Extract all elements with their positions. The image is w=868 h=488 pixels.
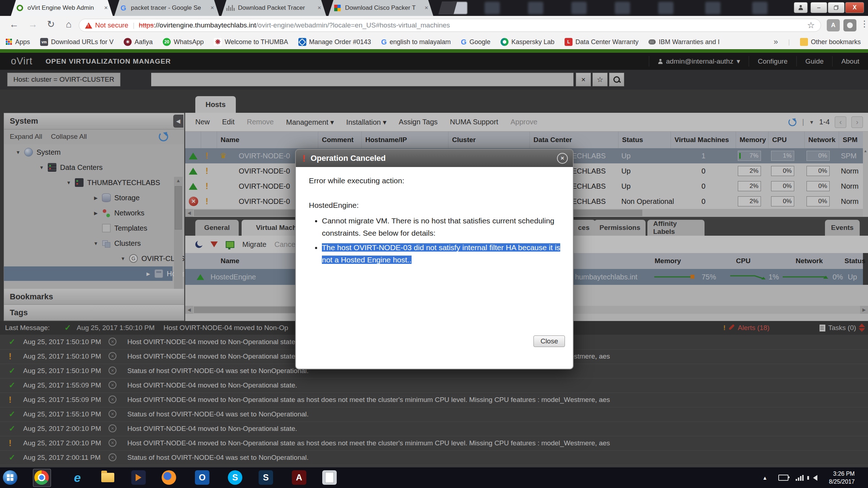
dialog-body: Error while executing action: HostedEngi… xyxy=(296,167,573,351)
dialog-title: Operation Canceled xyxy=(311,154,386,163)
person-icon xyxy=(798,5,803,10)
bookmark-label: Welcome to THUMBA xyxy=(225,38,288,46)
url-path: /ovirt-engine/webadmin/?locale=en_US#hos… xyxy=(256,21,450,29)
error-line: Error while executing action: xyxy=(309,176,560,185)
chrome-menu-icon[interactable]: ⋮ xyxy=(860,19,868,29)
aafiya-icon: ✳ xyxy=(124,38,132,46)
taskbar-adobe-icon[interactable]: A xyxy=(292,470,306,485)
desktop-icon-ghost xyxy=(752,2,767,14)
whatsapp-badge-icon: 20 xyxy=(163,38,171,46)
taskbar-explorer-icon[interactable] xyxy=(101,470,115,485)
address-bar[interactable]: Not secure | https ://ovirtengine.thumba… xyxy=(79,19,821,32)
error-subject: HostedEngine: xyxy=(309,201,560,210)
bookmark-manage-order[interactable]: Manage Order #0143 xyxy=(298,38,371,46)
restore-icon xyxy=(834,5,838,10)
squares-favicon xyxy=(333,4,341,12)
bookmark-ibm-warranties[interactable]: IBM Warranties and I xyxy=(648,38,719,46)
bookmark-label: Manage Order #0143 xyxy=(309,38,371,46)
battery-icon[interactable] xyxy=(778,467,788,488)
windows-taskbar: e O S S A ▲ 3:26 PM8/25/2017 xyxy=(0,467,868,488)
tab-ovirt[interactable]: oVirt Engine Web Admin × xyxy=(11,0,113,16)
profile-button[interactable] xyxy=(794,2,808,13)
url-protocol: https xyxy=(139,21,154,29)
google-g-icon: G xyxy=(381,38,387,46)
tab-close-icon[interactable]: × xyxy=(104,4,108,12)
taskbar-firefox-icon[interactable] xyxy=(162,470,176,485)
folder-icon xyxy=(800,38,808,46)
clock-date: 8/25/2017 xyxy=(829,479,855,485)
dialog-titlebar[interactable]: ! Operation Canceled × xyxy=(296,150,573,167)
error-bullet: Cannot migrate VM. There is no host that… xyxy=(322,215,561,239)
apps-grid-icon xyxy=(6,39,12,45)
browser-toolbar: ← → ↻ ⌂ Not secure | https ://ovirtengin… xyxy=(0,16,868,35)
bookmark-label: Aafiya xyxy=(135,38,153,46)
clock-time: 3:26 PM xyxy=(833,471,855,477)
url-separator: | xyxy=(133,21,135,29)
taskbar-skype-icon[interactable]: S xyxy=(228,470,242,485)
close-window-button[interactable]: X xyxy=(845,2,864,13)
ovirt-webadmin-page: oVirt OPEN VIRTUALIZATION MANAGER admin@… xyxy=(0,49,868,467)
forward-icon[interactable]: → xyxy=(28,19,38,30)
tab-close-icon[interactable]: × xyxy=(318,4,321,12)
screen: oVirt Engine Web Admin × G packet tracer… xyxy=(0,0,868,488)
volume-icon[interactable] xyxy=(813,467,817,488)
bookmark-star-icon[interactable]: ☆ xyxy=(807,20,815,30)
bookmark-kaspersky[interactable]: Kaspersky Lab xyxy=(501,38,554,46)
ibm-bee-icon xyxy=(648,39,656,44)
desktop-icon-ghost xyxy=(528,2,543,14)
taskbar-notes-icon[interactable] xyxy=(322,470,337,485)
bookmark-label: Data Center Warranty xyxy=(575,38,638,46)
adobe-extension-icon[interactable]: A xyxy=(827,19,840,31)
kaspersky-icon xyxy=(501,38,509,46)
bookmark-whatsapp[interactable]: 20 WhatsApp xyxy=(163,38,204,46)
tab-download-packet-tracer[interactable]: Download Packet Tracer × xyxy=(221,0,326,16)
thumbay-icon: ❋ xyxy=(214,38,222,46)
dialog-close-icon[interactable]: × xyxy=(557,153,568,164)
bookmark-apps[interactable]: Apps xyxy=(6,38,30,46)
close-icon: X xyxy=(853,4,857,11)
bookmark-datacenter-warranty[interactable]: L Data Center Warranty xyxy=(565,38,638,46)
minimize-button[interactable]: – xyxy=(810,2,827,13)
restore-button[interactable] xyxy=(828,2,844,13)
tab-close-icon[interactable]: × xyxy=(425,4,428,12)
bookmark-english-malayalam[interactable]: G english to malayalam xyxy=(381,38,451,46)
bookmark-label: Kaspersky Lab xyxy=(511,38,554,46)
bookmark-welcome-thumbay[interactable]: ❋ Welcome to THUMBA xyxy=(214,38,288,46)
not-secure-label[interactable]: Not secure xyxy=(95,21,128,29)
home-icon[interactable]: ⌂ xyxy=(66,19,72,30)
operation-canceled-dialog: ! Operation Canceled × Error while execu… xyxy=(295,149,574,369)
bookmark-label: IBM Warranties and I xyxy=(659,38,719,46)
tray-chevron-icon[interactable]: ▲ xyxy=(762,467,767,488)
google-g-icon: G xyxy=(461,38,467,46)
bookmark-label: Apps xyxy=(15,38,30,46)
desktop-icon-ghost xyxy=(705,2,720,14)
tab-packet-tracer-search[interactable]: G packet tracer - Google Se × xyxy=(114,0,219,16)
error-list: Cannot migrate VM. There is no host that… xyxy=(309,215,561,266)
tab-close-icon[interactable]: × xyxy=(210,4,214,12)
desktop-icon-ghost xyxy=(658,2,673,14)
taskbar-ie-icon[interactable]: e xyxy=(70,470,85,485)
bookmarks-overflow-icon[interactable]: » xyxy=(774,37,778,47)
bookmark-label: Download URLs for V xyxy=(51,38,114,46)
tab-title: Download Packet Tracer xyxy=(238,4,314,12)
taskbar-media-icon[interactable] xyxy=(131,470,146,485)
taskbar-clock[interactable]: 3:26 PM8/25/2017 xyxy=(829,467,855,488)
close-button[interactable]: Close xyxy=(533,335,565,347)
kaspersky-extension-icon[interactable] xyxy=(843,19,856,31)
back-icon[interactable]: ← xyxy=(9,19,19,30)
other-bookmarks[interactable]: Other bookmarks xyxy=(800,38,861,46)
reload-icon[interactable]: ↻ xyxy=(47,19,55,30)
bookmark-google[interactable]: G Google xyxy=(461,38,490,46)
bookmarks-bar: Apps vm Download URLs for V ✳ Aafiya 20 … xyxy=(0,35,868,49)
network-signal-icon[interactable] xyxy=(796,467,804,488)
bookmark-aafiya[interactable]: ✳ Aafiya xyxy=(124,38,153,46)
taskbar-outlook-icon[interactable]: O xyxy=(195,470,209,485)
url-host: ://ovirtengine.thumbaytechlabs.int xyxy=(154,21,256,29)
bookmark-download-urls[interactable]: vm Download URLs for V xyxy=(40,38,114,46)
tab-download-cisco[interactable]: Download Cisco Packer T × xyxy=(328,0,433,16)
start-button[interactable] xyxy=(3,470,17,485)
tab-title: packet tracer - Google Se xyxy=(131,4,207,12)
tab-title: Download Cisco Packer T xyxy=(345,4,421,12)
taskbar-chrome-icon[interactable] xyxy=(34,470,49,485)
taskbar-skype-business-icon[interactable]: S xyxy=(259,470,273,485)
